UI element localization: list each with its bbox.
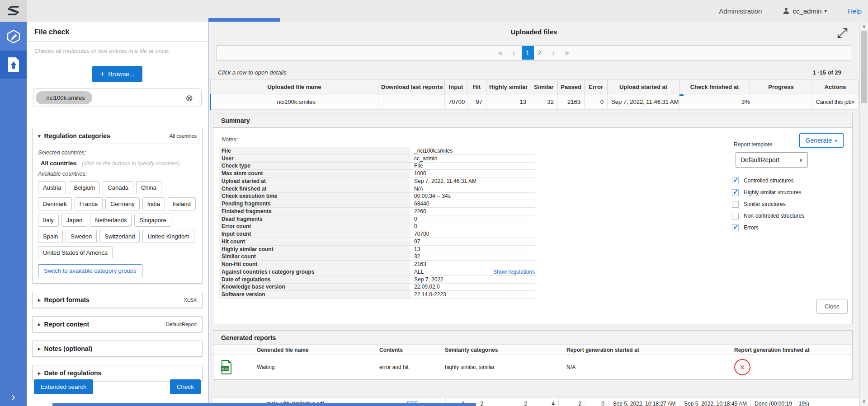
fullscreen-expand-icon[interactable]: ⤢ bbox=[837, 26, 848, 40]
country-button[interactable]: Italy bbox=[38, 214, 59, 227]
selected-countries-label: Selected countries: bbox=[38, 149, 197, 156]
summary-row: Check type File bbox=[219, 163, 535, 170]
chemaxon-logo-icon bbox=[5, 3, 22, 19]
uploaded-files-view: Uploaded files ⤢ « ‹ 12 › » Click a row … bbox=[208, 22, 859, 406]
checkbox-icon[interactable] bbox=[732, 177, 739, 184]
summary-value: 22.14.0-2223 bbox=[410, 291, 446, 298]
report-formats-header[interactable]: ▸ Report formats XLSX bbox=[33, 292, 202, 308]
close-button[interactable]: Close bbox=[816, 299, 848, 314]
report-checkbox[interactable]: Similar structures bbox=[732, 198, 804, 210]
country-button[interactable]: Denmark bbox=[38, 197, 72, 210]
horizontal-scrollbar-thumb[interactable] bbox=[52, 403, 476, 406]
gen-col-similarity: Similarity categories bbox=[445, 347, 566, 353]
report-content-header[interactable]: ▸ Report content DefaultReport bbox=[33, 317, 202, 332]
country-button[interactable]: Germany bbox=[105, 197, 139, 210]
country-button[interactable]: Switzerland bbox=[99, 230, 140, 243]
report-failed-icon[interactable]: × bbox=[734, 359, 750, 375]
table-row[interactable]: _nci100k.smiles 70700 97 13 32 2163 0 Se… bbox=[211, 94, 859, 110]
country-button[interactable]: United Kingdom bbox=[142, 230, 194, 243]
notes-header[interactable]: ▸ Notes (optional) bbox=[33, 341, 202, 356]
column-header: Download last reports bbox=[378, 79, 445, 94]
regulation-categories-header[interactable]: ▾ Regulation categories All countries bbox=[33, 128, 202, 144]
date-of-regulations-header[interactable]: ▸ Date of regulations bbox=[33, 365, 202, 381]
checkbox-icon[interactable] bbox=[732, 189, 739, 196]
extended-search-button[interactable]: Extended search bbox=[34, 379, 93, 394]
country-button[interactable]: Austria bbox=[38, 181, 66, 194]
country-button[interactable]: United States of America bbox=[38, 246, 113, 259]
country-button[interactable]: China bbox=[136, 181, 161, 194]
browse-button[interactable]: + Browse... bbox=[92, 66, 142, 82]
report-template-select[interactable]: DefaultReport ∨ bbox=[736, 152, 808, 168]
report-checkbox[interactable]: Non-controlled structures bbox=[732, 210, 804, 222]
summary-row: Finished fragments 2260 bbox=[219, 208, 535, 215]
caret-right-icon: ▸ bbox=[38, 322, 41, 327]
report-checkbox[interactable]: Errors bbox=[732, 222, 804, 233]
summary-key: Finished fragments bbox=[219, 208, 410, 215]
sidebar-item-file-check[interactable] bbox=[0, 51, 27, 79]
report-template-label: Report template bbox=[734, 141, 772, 148]
summary-key: Error count bbox=[219, 223, 410, 230]
summary-key: Pending fragments bbox=[219, 200, 410, 207]
generate-button[interactable]: Generate ▾ bbox=[799, 133, 844, 148]
summary-value: 32 bbox=[410, 253, 420, 260]
summary-value: 70700 bbox=[410, 231, 429, 237]
scroll-up-icon[interactable]: ∧ bbox=[860, 23, 868, 29]
cell-similar: 32 bbox=[530, 94, 558, 110]
page-title: Uploaded files bbox=[208, 28, 859, 36]
cell-similar: 4 bbox=[531, 398, 559, 406]
vertical-scrollbar-thumb[interactable] bbox=[861, 31, 867, 103]
country-button[interactable]: France bbox=[75, 197, 103, 210]
generated-reports-header: Generated file name Contents Similarity … bbox=[213, 345, 852, 355]
remove-file-icon[interactable]: ⊗ bbox=[183, 93, 196, 103]
country-button[interactable]: Canada bbox=[103, 181, 133, 194]
country-button[interactable]: Sweden bbox=[66, 230, 97, 243]
cell-upload-started: Sep 5, 2022, 10:18:27 AM bbox=[609, 398, 680, 406]
summary-key: Check type bbox=[219, 163, 410, 170]
country-button[interactable]: Singapore bbox=[134, 214, 171, 227]
summary-row: Check execution time 00:00:34 -- 34s bbox=[219, 193, 535, 201]
column-header: Progress bbox=[750, 79, 812, 94]
checkbox-icon[interactable] bbox=[732, 213, 739, 219]
report-checkbox-list: Controlled structures Highly similar str… bbox=[732, 175, 804, 233]
country-button[interactable]: Spain bbox=[38, 230, 63, 243]
show-regulations-link[interactable]: Show regulations bbox=[493, 269, 535, 275]
checkbox-icon[interactable] bbox=[732, 224, 739, 231]
caret-down-icon: ▾ bbox=[825, 8, 827, 14]
next-page-icon[interactable]: › bbox=[549, 48, 559, 57]
switch-category-groups-button[interactable]: Switch to available category groups bbox=[38, 264, 142, 277]
sidebar-item-structure-check[interactable] bbox=[0, 23, 27, 51]
cancel-job-link[interactable]: Cancel this job» bbox=[812, 94, 859, 110]
scroll-down-icon[interactable]: ∨ bbox=[860, 398, 868, 404]
pagination-page[interactable]: 1 bbox=[522, 46, 534, 60]
pagination-page[interactable]: 2 bbox=[534, 46, 546, 60]
last-page-icon[interactable]: » bbox=[561, 48, 572, 57]
summary-key: Dead fragments bbox=[219, 215, 410, 223]
country-button[interactable]: Belgium bbox=[69, 181, 100, 194]
help-link[interactable]: Help bbox=[848, 7, 862, 15]
cell-progress: 3% bbox=[679, 94, 812, 110]
app-logo[interactable] bbox=[0, 0, 27, 22]
administration-link[interactable]: Administration bbox=[719, 7, 762, 15]
check-button[interactable]: Check bbox=[170, 379, 201, 394]
column-header: Upload started at bbox=[608, 79, 679, 94]
first-page-icon[interactable]: « bbox=[495, 48, 506, 57]
previous-page-icon[interactable]: ‹ bbox=[509, 48, 519, 57]
summary-value: 0 bbox=[410, 216, 417, 222]
report-checkbox[interactable]: Highly similar structures bbox=[732, 187, 804, 198]
user-menu[interactable]: cc_admin ▾ bbox=[783, 7, 827, 15]
country-button[interactable]: Ireland bbox=[168, 197, 196, 210]
report-checkbox[interactable]: Controlled structures bbox=[732, 175, 804, 187]
country-button[interactable]: India bbox=[142, 197, 165, 210]
selected-file-chip[interactable]: _nci100k.smiles bbox=[36, 91, 92, 104]
summary-row: Input count 70700 bbox=[219, 230, 535, 238]
country-button[interactable]: Japan bbox=[61, 214, 87, 227]
summary-value: 68440 bbox=[410, 201, 429, 207]
checkbox-icon[interactable] bbox=[732, 201, 739, 208]
summary-key: Check finished at bbox=[219, 185, 410, 192]
section-report-content: ▸ Report content DefaultReport bbox=[32, 316, 203, 332]
sidebar-expand-chevron[interactable]: › bbox=[0, 391, 27, 403]
country-button[interactable]: Netherlands bbox=[90, 214, 132, 227]
vertical-scrollbar[interactable]: ∧ ∨ bbox=[859, 22, 868, 406]
report-formats-summary: XLSX bbox=[184, 297, 197, 303]
gen-col-finished: Report generation finished at bbox=[734, 347, 852, 353]
